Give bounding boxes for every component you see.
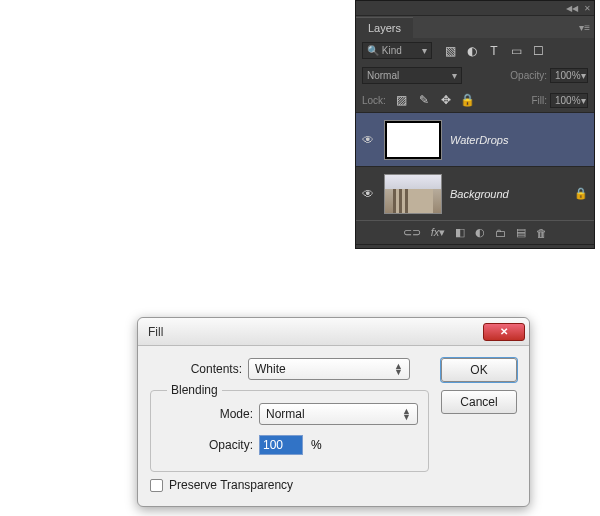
filter-pixel-icon[interactable]: ▧ [442, 43, 458, 59]
lock-icons: ▨ ✎ ✥ 🔒 [394, 92, 476, 108]
opacity-row: Opacity: % [161, 435, 418, 455]
kind-label: Kind [382, 45, 402, 56]
lock-indicator-icon: 🔒 [574, 187, 588, 200]
select-arrows-icon: ▲▼ [402, 408, 411, 420]
lock-move-icon[interactable]: ✥ [438, 92, 454, 108]
filter-type-icon[interactable]: T [486, 43, 502, 59]
lock-label: Lock: [362, 95, 386, 106]
filter-icons: ▧ ◐ T ▭ ☐ [442, 43, 546, 59]
blending-group: Blending Mode: Normal ▲▼ Opacity: % [150, 390, 429, 472]
lock-trans-icon[interactable]: ▨ [394, 92, 410, 108]
contents-value: White [255, 362, 286, 376]
layer-name[interactable]: Background [450, 188, 509, 200]
opacity-label: Opacity: [161, 438, 253, 452]
layer-name[interactable]: WaterDrops [450, 134, 508, 146]
adjustment-icon[interactable]: ◐ [475, 226, 485, 239]
blend-row: Normal ▾ Opacity: 100%▾ [356, 63, 594, 88]
fill-dialog: Fill ✕ Contents: White ▲▼ Blending Mode: [137, 317, 530, 507]
cancel-button[interactable]: Cancel [441, 390, 517, 414]
panel-close-icon[interactable]: ✕ [584, 4, 591, 13]
chevron-down-icon: ▾ [452, 70, 457, 81]
close-icon: ✕ [500, 326, 508, 337]
lock-row: Lock: ▨ ✎ ✥ 🔒 Fill: 100%▾ [356, 88, 594, 112]
layer-row[interactable]: 👁 WaterDrops [356, 112, 594, 166]
layer-thumbnail[interactable] [384, 174, 442, 214]
form-area: Contents: White ▲▼ Blending Mode: Normal… [150, 358, 429, 492]
fx-icon[interactable]: fx▾ [431, 226, 446, 239]
mode-value: Normal [266, 407, 305, 421]
layer-row[interactable]: 👁 Background 🔒 [356, 166, 594, 220]
delete-icon[interactable]: 🗑 [536, 227, 547, 239]
panel-menu-icon[interactable]: ▾≡ [575, 22, 594, 33]
chevron-down-icon: ▾ [422, 45, 427, 56]
contents-select[interactable]: White ▲▼ [248, 358, 410, 380]
layer-thumbnail[interactable] [384, 120, 442, 160]
contents-row: Contents: White ▲▼ [150, 358, 429, 380]
mode-label: Mode: [161, 407, 253, 421]
panel-tab-bar: ◀◀ ✕ [356, 1, 594, 16]
mode-select[interactable]: Normal ▲▼ [259, 403, 418, 425]
visibility-eye-icon[interactable]: 👁 [362, 187, 376, 201]
new-layer-icon[interactable]: ▤ [516, 226, 526, 239]
visibility-eye-icon[interactable]: 👁 [362, 133, 376, 147]
group-icon[interactable]: 🗀 [495, 227, 506, 239]
blend-mode-dropdown[interactable]: Normal ▾ [362, 67, 462, 84]
filter-shape-icon[interactable]: ▭ [508, 43, 524, 59]
preserve-row: Preserve Transparency [150, 478, 429, 492]
opacity-input[interactable] [259, 435, 303, 455]
dialog-body: Contents: White ▲▼ Blending Mode: Normal… [138, 346, 529, 506]
filter-smart-icon[interactable]: ☐ [530, 43, 546, 59]
layers-list: 👁 WaterDrops 👁 Background 🔒 [356, 112, 594, 220]
close-button[interactable]: ✕ [483, 323, 525, 341]
lock-paint-icon[interactable]: ✎ [416, 92, 432, 108]
fill-label: Fill: [531, 95, 547, 106]
fill-field[interactable]: 100%▾ [550, 93, 588, 108]
blend-mode-value: Normal [367, 70, 399, 81]
title-bar[interactable]: Fill ✕ [138, 318, 529, 346]
contents-label: Contents: [150, 362, 242, 376]
layer-filter-row: 🔍 Kind ▾ ▧ ◐ T ▭ ☐ [356, 38, 594, 63]
kind-filter-dropdown[interactable]: 🔍 Kind ▾ [362, 42, 432, 59]
select-arrows-icon: ▲▼ [394, 363, 403, 375]
ok-button[interactable]: OK [441, 358, 517, 382]
layers-panel: ◀◀ ✕ Layers ▾≡ 🔍 Kind ▾ ▧ ◐ T ▭ ☐ Normal… [355, 0, 595, 249]
dialog-title: Fill [148, 325, 163, 339]
mask-icon[interactable]: ◧ [455, 226, 465, 239]
lock-all-icon[interactable]: 🔒 [460, 92, 476, 108]
button-column: OK Cancel [441, 358, 517, 492]
opacity-unit: % [311, 438, 322, 452]
opacity-field[interactable]: 100%▾ [550, 68, 588, 83]
preserve-label[interactable]: Preserve Transparency [169, 478, 293, 492]
fill-group: Fill: 100%▾ [531, 93, 588, 108]
layers-tab[interactable]: Layers [356, 17, 413, 38]
preserve-transparency-checkbox[interactable] [150, 479, 163, 492]
chevron-down-icon: ▾ [581, 95, 586, 106]
layers-footer: ⊂⊃ fx▾ ◧ ◐ 🗀 ▤ 🗑 [356, 220, 594, 244]
blending-legend: Blending [167, 383, 222, 397]
opacity-label: Opacity: [510, 70, 547, 81]
link-icon[interactable]: ⊂⊃ [403, 226, 421, 239]
opacity-group: Opacity: 100%▾ [510, 68, 588, 83]
panel-resizer[interactable] [356, 244, 594, 248]
collapse-icon[interactable]: ◀◀ [566, 4, 578, 13]
filter-adjust-icon[interactable]: ◐ [464, 43, 480, 59]
panel-header: Layers ▾≡ [356, 16, 594, 38]
chevron-down-icon: ▾ [581, 70, 586, 81]
mode-row: Mode: Normal ▲▼ [161, 403, 418, 425]
